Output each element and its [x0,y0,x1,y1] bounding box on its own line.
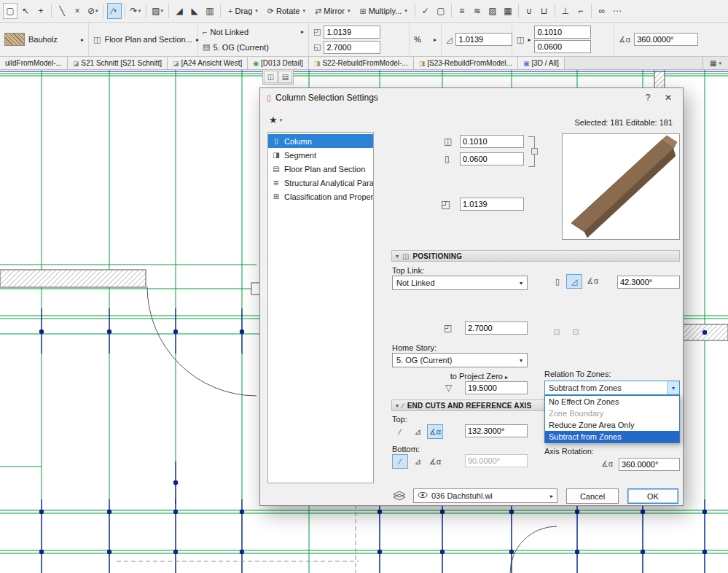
grid-icon: ▦ [710,59,716,67]
sidebar-item-classification-properties[interactable]: ⊞ Classification and Properties [268,190,373,203]
proportional-link-toggle[interactable] [528,136,535,167]
vertical-column-button[interactable]: ▯ [549,274,565,289]
home-story-select[interactable]: 5. OG (Current) ▾ [392,353,528,367]
link-icon[interactable]: ∞ [595,3,609,19]
slant-field[interactable] [455,33,512,46]
project-zero-label[interactable]: to Project Zero ▸ [406,372,508,381]
column-depth-field[interactable] [460,152,524,165]
ok-button[interactable]: OK [627,488,678,504]
column-depth-field[interactable] [534,40,591,53]
tab-s21-schnitt[interactable]: ◪ S21 Schnitt [S21 Schnitt] [68,57,168,69]
tab-d013-detail[interactable]: ◉ [D013 Detail] [248,57,309,69]
positioning-section-header[interactable]: ▾ ◫ POSITIONING [391,250,680,262]
tab-s22-rebuildfrommodel[interactable]: ◨ S22-RebuildFromModel-... [309,57,414,69]
rotate-button[interactable]: ⟳ Rotate ▾ [263,3,310,19]
relation-to-zones-select[interactable]: Subtract from Zones ▾ [544,381,680,395]
top-offset-field[interactable] [465,321,528,335]
arrow-tool-icon[interactable]: ↖ [18,3,33,19]
guide-line-icon[interactable]: ⊥ [558,3,573,19]
mini-palette-button-1[interactable]: ◫ [264,71,278,83]
top-cut-angle-field[interactable] [465,424,528,437]
option-reduce-zone-area-only[interactable]: Reduce Zone Area Only [545,419,679,431]
view-display-selector[interactable]: ◫ Floor Plan and Section... ▸ [89,23,198,56]
layer-select[interactable]: 036 Dachstuhl.wi ▸ [413,488,557,503]
top-link-selector[interactable]: ⌐ Not Linked ▸ [203,25,304,39]
column-3d-preview[interactable] [562,133,680,240]
caret-icon: ▾ [255,8,258,14]
tab-s23-rebuildfrommodel[interactable]: ◨ [S23-RebuildFromModel... [414,57,518,69]
column-width-field[interactable] [534,26,591,39]
mirror-button[interactable]: ⇄ Mirror ▾ [310,3,354,19]
help-button[interactable]: ? [640,90,656,105]
fill-tool-icon[interactable]: ▨▾ [149,3,165,19]
layers-icon [393,491,406,502]
top-cut-custom-angle-button[interactable]: ∡α [427,424,443,439]
bottom-offset-field[interactable] [324,41,380,54]
column-height-field[interactable] [324,26,380,39]
stack-icon[interactable]: ≡ [455,3,469,19]
toolbar-separator [555,4,555,18]
favorite-selector[interactable]: Bauholz ▸ [0,23,89,56]
percent-button[interactable]: % ▸ [410,23,442,56]
sidebar-item-column[interactable]: ▯ Column [268,134,373,148]
axis-rotation-icon: ∡α [601,459,613,469]
home-story-icon: ▤ [203,42,210,52]
snap-point-icon[interactable]: + [34,3,48,19]
favorites-button[interactable]: ★ ▾ [269,114,282,125]
dimension-tool-icon[interactable]: ∕▾ [107,3,122,19]
corner-icon[interactable]: ⌐ [574,3,588,19]
mini-palette-button-2[interactable]: ▤ [278,71,292,83]
roof-tool-icon[interactable]: ◣ [187,3,202,19]
top-cut-horizontal-button[interactable]: ∕ [392,424,408,439]
sidebar-item-floor-plan-and-section[interactable]: ▤ Floor Plan and Section [268,162,373,176]
slanted-column-button[interactable]: ◿ [566,274,582,289]
gravity-icon[interactable]: ∪ [522,3,536,19]
top-cut-perpendicular-button[interactable]: ⊿ [410,424,426,439]
close-button[interactable]: ✕ [660,90,676,105]
eraser-tool-icon[interactable]: ⊘▾ [85,3,101,19]
caret-icon: ▾ [138,8,141,14]
magnet-icon[interactable]: ⊔ [537,3,552,19]
multiply-button[interactable]: ⊞ Multiply... ▾ [355,3,411,19]
suspend-groups-icon[interactable]: ✓ [418,3,433,19]
column-height-icon: ◰ [441,198,450,210]
section-icon: ◪ [73,60,79,67]
drag-button[interactable]: + Drag ▾ [224,3,262,19]
bottom-cut-perpendicular-button[interactable]: ⊿ [410,454,426,469]
tab-rebuildfrommodel-1[interactable]: uildFromModel-... [0,57,68,69]
group-frame-icon[interactable]: ▢ [434,3,448,19]
caret-icon: ▾ [114,8,117,14]
bottom-cut-horizontal-button[interactable]: ∕ [392,454,408,469]
grid-icon[interactable]: ▦ [501,3,515,19]
cross-tool-icon[interactable]: × [70,3,85,19]
tab-overview-button[interactable]: ▦ ▾ [702,57,728,69]
sidebar-item-segment[interactable]: ◨ Segment [268,148,373,162]
wall-tool-icon[interactable]: ╲ [55,3,69,19]
hatch-icon[interactable]: ▨ [485,3,500,19]
option-subtract-from-zones[interactable]: Subtract from Zones [545,431,679,443]
arc-tool-icon[interactable]: ↷▾ [128,3,144,19]
segment-icon: ◨ [271,151,281,159]
project-zero-field[interactable] [465,381,528,394]
column-total-height-field[interactable] [460,198,524,211]
sidebar-item-structural-analytical[interactable]: ≣ Structural Analytical Paramet... [268,176,373,190]
tab-3d-all[interactable]: ▣ [3D / All] [518,57,565,69]
mesh-tool-icon[interactable]: ▥ [203,3,217,19]
more-options-icon[interactable]: ⋯ [610,3,625,19]
toolbar-separator [451,4,452,18]
top-link-select[interactable]: Not Linked ▾ [392,276,528,290]
cancel-button[interactable]: Cancel [566,488,619,504]
rotate-icon: ⟳ [267,7,274,16]
tab-a24-ansicht-west[interactable]: ◪ [A24 Ansicht West] [168,57,248,69]
option-no-effect-on-zones[interactable]: No Effect On Zones [545,396,679,408]
column-width-field[interactable] [460,135,524,148]
bottom-cut-custom-angle-button[interactable]: ∡α [427,454,443,469]
axis-rotation-field[interactable] [619,458,680,471]
slab-tool-icon[interactable]: ◢ [172,3,187,19]
slant-angle-field[interactable] [617,276,680,289]
home-story-selector[interactable]: ▤ 5. OG (Current) [203,40,304,54]
rotation-angle-field[interactable] [634,33,698,46]
waves-icon[interactable]: ≋ [470,3,485,19]
dialog-title-bar[interactable]: ▯ Column Selection Settings ? ✕ [260,88,683,107]
marquee-tool-icon[interactable]: ▢ [3,3,17,19]
